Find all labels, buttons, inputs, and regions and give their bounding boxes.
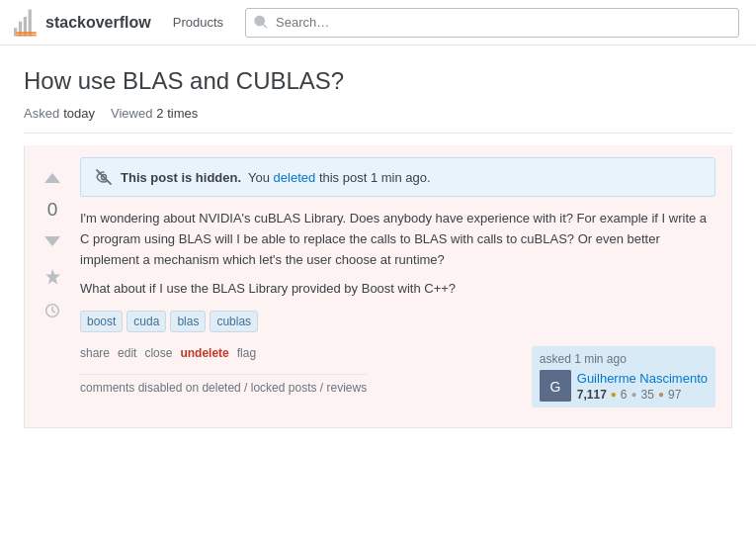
- gold-badge-dot: ●: [611, 389, 617, 400]
- post-content: This post is hidden. You deleted this po…: [80, 157, 731, 415]
- history-icon: [44, 303, 60, 318]
- bottom-left: share edit close undelete flag comments …: [80, 346, 367, 397]
- upvote-icon: [43, 170, 61, 188]
- tag-cuda[interactable]: cuda: [126, 311, 166, 332]
- avatar: G: [540, 370, 571, 402]
- post-actions: share edit close undelete flag: [80, 346, 367, 360]
- history-button[interactable]: [35, 296, 70, 325]
- tag-blas[interactable]: blas: [170, 311, 206, 332]
- tag-boost[interactable]: boost: [80, 311, 123, 332]
- asked-value: today: [63, 106, 95, 121]
- favorite-button[interactable]: [35, 262, 70, 292]
- post-paragraph-1: I'm wondering about NVIDIA's cuBLAS Libr…: [80, 209, 715, 270]
- bottom-row: share edit close undelete flag comments …: [80, 346, 715, 407]
- comments-disabled: comments disabled on deleted / locked po…: [80, 374, 367, 397]
- viewed-label: Viewed: [111, 106, 152, 121]
- user-details: G Guilherme Nascimento 7,117 ● 6 ●: [540, 370, 708, 402]
- post-paragraph-2: What about if I use the BLAS Library pro…: [80, 279, 715, 300]
- svg-text:G: G: [549, 379, 560, 395]
- rep-number: 7,117: [577, 388, 607, 402]
- undelete-link[interactable]: undelete: [180, 346, 228, 360]
- gold-badge-count: 6: [621, 388, 628, 402]
- user-info-area: asked 1 min ago G Guilherme Nascimento: [532, 346, 715, 407]
- hidden-notice-text: This post is hidden. You deleted this po…: [121, 170, 431, 185]
- deleted-link[interactable]: deleted: [274, 170, 316, 185]
- avatar-image: G: [540, 370, 571, 402]
- tags-container: boost cuda blas cublas: [80, 311, 715, 332]
- user-name-link[interactable]: Guilherme Nascimento: [577, 371, 708, 386]
- question-title: How use BLAS and CUBLAS?: [24, 65, 732, 96]
- star-icon: [43, 268, 61, 286]
- asked-info: asked 1 min ago G Guilherme Nascimento: [532, 346, 715, 407]
- silver-badge-count: 35: [641, 388, 654, 402]
- hidden-post-icon: [95, 168, 113, 186]
- asked-time-label: asked 1 min ago: [540, 352, 708, 366]
- site-header: stackoverflow Products: [0, 0, 756, 45]
- downvote-icon: [43, 231, 61, 249]
- downvote-button[interactable]: [35, 223, 70, 258]
- nav-products[interactable]: Products: [167, 11, 229, 34]
- post-body: I'm wondering about NVIDIA's cuBLAS Libr…: [80, 209, 715, 299]
- viewed-value: 2 times: [156, 106, 198, 121]
- user-info-text: Guilherme Nascimento 7,117 ● 6 ● 35 ● 97: [577, 371, 708, 402]
- svg-rect-0: [16, 34, 36, 36]
- search-bar[interactable]: [245, 8, 739, 38]
- logo-icon: [12, 8, 42, 38]
- question-area: 0: [24, 145, 732, 428]
- vote-column: 0: [25, 157, 80, 415]
- logo-text: stackoverflow: [45, 14, 151, 32]
- flag-link[interactable]: flag: [237, 346, 256, 360]
- page-content: How use BLAS and CUBLAS? Asked today Vie…: [0, 45, 756, 428]
- bronze-badge-dot: ●: [658, 389, 664, 400]
- hidden-after-text: this post 1 min ago.: [319, 170, 431, 185]
- tag-cublas[interactable]: cublas: [210, 311, 258, 332]
- asked-label: Asked: [24, 106, 59, 121]
- upvote-button[interactable]: [35, 161, 70, 197]
- bronze-badge-count: 97: [668, 388, 681, 402]
- close-link[interactable]: close: [144, 346, 172, 360]
- logo-link[interactable]: stackoverflow: [12, 8, 151, 38]
- search-icon: [254, 15, 270, 31]
- hidden-bold-text: This post is hidden.: [121, 170, 241, 185]
- edit-link[interactable]: edit: [118, 346, 136, 360]
- share-link[interactable]: share: [80, 346, 110, 360]
- vote-count: 0: [47, 199, 58, 221]
- user-reputation: 7,117 ● 6 ● 35 ● 97: [577, 388, 708, 402]
- search-input[interactable]: [276, 15, 730, 30]
- question-meta: Asked today Viewed 2 times: [24, 106, 732, 134]
- hidden-notice: This post is hidden. You deleted this po…: [80, 157, 715, 197]
- silver-badge-dot: ●: [631, 389, 637, 400]
